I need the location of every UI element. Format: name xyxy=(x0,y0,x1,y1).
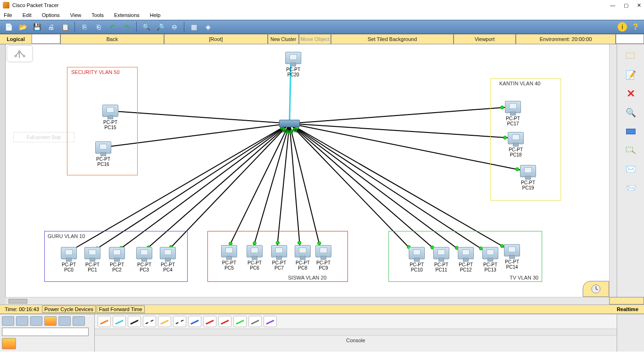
note-tool-icon[interactable]: 📝 xyxy=(623,69,639,81)
viewport-button[interactable]: Viewport xyxy=(454,34,516,44)
back-button[interactable]: Back xyxy=(60,34,164,44)
topology-canvas[interactable]: Full-screen Snip SECURITY VLAN 50KANTIN … xyxy=(6,44,609,297)
print-icon[interactable]: 🖨 xyxy=(45,21,57,33)
save-icon[interactable]: 💾 xyxy=(31,21,42,33)
menu-file[interactable]: File xyxy=(4,12,12,18)
delete-tool-icon[interactable]: ✕ xyxy=(623,88,639,100)
zoom-reset-icon[interactable]: 🔎 xyxy=(155,21,166,33)
link-light xyxy=(276,241,280,245)
redo-icon[interactable]: ↷ xyxy=(121,21,132,33)
maximize-button[interactable]: ▢ xyxy=(624,2,628,8)
cable-type-button[interactable] xyxy=(233,316,247,327)
copy-icon[interactable]: ⎘ xyxy=(79,21,90,33)
help-icon[interactable]: ? xyxy=(630,21,641,33)
set-background-button[interactable]: Set Tiled Background xyxy=(331,34,454,44)
pc-device[interactable]: PC-PTPC10 xyxy=(406,247,427,272)
connections-category-icon[interactable] xyxy=(44,316,57,326)
router-category-icon[interactable] xyxy=(2,316,14,326)
menu-extensions[interactable]: Extensions xyxy=(114,12,140,18)
breadcrumb-root[interactable]: [Root] xyxy=(164,34,268,44)
environment-label[interactable]: Environment: 20:00:00 xyxy=(516,34,616,44)
pc-device[interactable]: PC-PTPC3 xyxy=(134,247,155,272)
complex-pdu-icon[interactable]: 📨 xyxy=(623,182,639,194)
svg-line-4 xyxy=(289,123,513,138)
cable-scrollbar[interactable] xyxy=(95,329,617,336)
pc-device[interactable]: PC-PTPC16 xyxy=(93,141,114,167)
resize-tool-icon[interactable] xyxy=(623,144,639,156)
select-tool-icon[interactable] xyxy=(623,50,639,62)
cable-type-button[interactable] xyxy=(158,316,171,327)
new-file-icon[interactable]: 📄 xyxy=(3,21,14,33)
pc-device[interactable]: PC-PTPC5 xyxy=(219,245,239,271)
cable-type-button[interactable] xyxy=(98,316,111,327)
link-light xyxy=(317,241,321,245)
cable-type-button[interactable] xyxy=(128,316,141,327)
cable-type-button[interactable] xyxy=(203,316,216,327)
pc-device[interactable]: PC-PTPC4 xyxy=(157,247,178,272)
cable-type-button[interactable] xyxy=(143,316,156,327)
draw-rect-icon[interactable] xyxy=(623,125,639,138)
pc-label: PC-PTPC16 xyxy=(93,156,114,167)
hub-category-icon[interactable] xyxy=(30,316,42,326)
move-object-button[interactable]: Move Object xyxy=(299,34,331,44)
pc-device[interactable]: PC-PTPC17 xyxy=(503,101,523,126)
workspace: Full-screen Snip SECURITY VLAN 50KANTIN … xyxy=(0,44,644,297)
cable-type-button[interactable] xyxy=(218,316,231,327)
wan-category-icon[interactable] xyxy=(73,316,85,326)
realtime-mode-label[interactable]: Realtime xyxy=(617,306,638,312)
palette-icon[interactable]: ▦ xyxy=(188,21,199,33)
info-icon[interactable]: i xyxy=(618,22,627,32)
menu-help[interactable]: Help xyxy=(150,12,161,18)
switch-device[interactable]: Switch0 xyxy=(277,120,302,133)
logical-view-tab[interactable]: Logical xyxy=(0,34,32,44)
window-controls: — ▢ ✕ xyxy=(610,2,641,8)
selected-category-icon[interactable] xyxy=(2,338,16,349)
wizard-icon[interactable]: 📋 xyxy=(59,21,71,33)
cable-type-button[interactable] xyxy=(113,316,126,327)
cable-type-button[interactable] xyxy=(248,316,262,327)
undo-icon[interactable]: ↶ xyxy=(107,21,118,33)
enddevice-category-icon[interactable] xyxy=(58,316,71,326)
pc-device[interactable]: PC-PTPC12 xyxy=(455,247,476,272)
pc-device[interactable]: PC-PTPC6 xyxy=(244,245,265,271)
menu-view[interactable]: View xyxy=(70,12,82,18)
horizontal-scrollbar[interactable] xyxy=(6,297,609,304)
pc-device[interactable]: PC-PTPC1 xyxy=(82,247,103,272)
pc-device[interactable]: PC-PTPC18 xyxy=(505,132,526,157)
pc-device[interactable]: PC-PTPC7 xyxy=(269,245,289,271)
pc-device[interactable]: PC-PTPC15 xyxy=(100,105,121,130)
pc-device[interactable]: PC-PTPC19 xyxy=(518,165,538,190)
pc-device[interactable]: PC-PTPC9 xyxy=(313,245,334,271)
pc-device[interactable]: PC-PTPC20 xyxy=(283,52,304,77)
fast-forward-button[interactable]: Fast Forward Time xyxy=(97,305,145,313)
zoom-out-icon[interactable]: ⊖ xyxy=(169,21,180,33)
pc-device[interactable]: PC-PTPC14 xyxy=(502,244,522,270)
switch-category-icon[interactable] xyxy=(16,316,28,326)
pc-device[interactable]: PC-PTPC8 xyxy=(292,245,313,271)
simple-pdu-icon[interactable]: ✉️ xyxy=(623,163,639,175)
zoom-in-icon[interactable]: 🔍 xyxy=(140,21,152,33)
cable-type-button[interactable] xyxy=(173,316,186,327)
close-button[interactable]: ✕ xyxy=(637,2,641,8)
device-search-input[interactable] xyxy=(2,328,89,336)
minimize-button[interactable]: — xyxy=(610,2,615,8)
menu-options[interactable]: Options xyxy=(42,12,60,18)
menu-tools[interactable]: Tools xyxy=(91,12,104,18)
inspect-tool-icon[interactable]: 🔍 xyxy=(623,107,639,119)
menu-edit[interactable]: Edit xyxy=(23,12,32,18)
pc-device[interactable]: PC-PTPC13 xyxy=(480,247,501,272)
pc-device[interactable]: PC-PTPC11 xyxy=(431,247,452,272)
cable-type-button[interactable] xyxy=(264,316,277,327)
pc-device[interactable]: PC-PTPC0 xyxy=(58,247,79,272)
open-file-icon[interactable]: 📂 xyxy=(17,21,28,33)
paste-icon[interactable]: ⎗ xyxy=(93,21,104,33)
power-cycle-button[interactable]: Power Cycle Devices xyxy=(42,305,96,313)
realtime-clock-tab[interactable] xyxy=(583,281,609,297)
cluster-nav-icon[interactable] xyxy=(7,45,33,62)
vlan-label: GURU VLAN 10 xyxy=(48,233,85,239)
vertical-scrollbar[interactable] xyxy=(609,44,617,297)
pc-device[interactable]: PC-PTPC2 xyxy=(107,247,127,272)
custom-device-icon[interactable]: ◈ xyxy=(202,21,214,33)
new-cluster-button[interactable]: New Cluster xyxy=(268,34,299,44)
cable-type-button[interactable] xyxy=(188,316,201,327)
